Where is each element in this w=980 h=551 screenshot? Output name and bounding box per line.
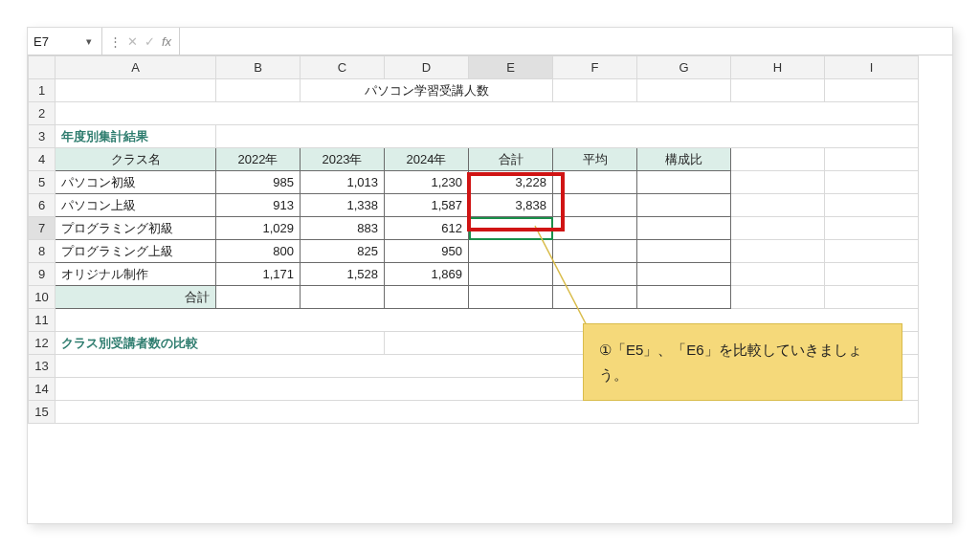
cell[interactable]: 950 xyxy=(385,240,469,263)
cell[interactable] xyxy=(731,217,825,240)
cell[interactable] xyxy=(637,286,731,309)
cell[interactable] xyxy=(731,171,825,194)
cell[interactable] xyxy=(825,286,919,309)
fx-icon[interactable]: fx xyxy=(158,34,175,49)
table-header[interactable]: クラス名 xyxy=(56,148,216,171)
row-header[interactable]: 2 xyxy=(29,102,56,125)
cell[interactable]: パソコン上級 xyxy=(56,194,216,217)
row-header[interactable]: 7 xyxy=(29,217,56,240)
cell[interactable]: パソコン初級 xyxy=(56,171,216,194)
section-heading[interactable]: 年度別集計結果 xyxy=(56,125,216,148)
row-header[interactable]: 9 xyxy=(29,263,56,286)
cell[interactable]: プログラミング上級 xyxy=(56,240,216,263)
cell[interactable]: 825 xyxy=(301,240,385,263)
cell[interactable]: 1,528 xyxy=(301,263,385,286)
cell[interactable] xyxy=(469,240,553,263)
cell[interactable]: 800 xyxy=(216,240,301,263)
table-header[interactable]: 平均 xyxy=(553,148,637,171)
col-header[interactable]: E xyxy=(469,56,553,79)
cell[interactable] xyxy=(731,148,825,171)
cell[interactable]: 612 xyxy=(385,217,469,240)
row-header[interactable]: 4 xyxy=(29,148,56,171)
cell[interactable] xyxy=(469,286,553,309)
row-header[interactable]: 15 xyxy=(29,401,56,424)
cell[interactable]: プログラミング初級 xyxy=(56,217,216,240)
col-header[interactable]: B xyxy=(216,56,301,79)
formula-input[interactable] xyxy=(180,28,952,55)
cell[interactable] xyxy=(553,171,637,194)
col-header[interactable]: D xyxy=(385,56,469,79)
table-header[interactable]: 合計 xyxy=(469,148,553,171)
cell[interactable] xyxy=(56,401,919,424)
cell[interactable] xyxy=(637,240,731,263)
col-header[interactable]: C xyxy=(301,56,385,79)
cell[interactable] xyxy=(825,263,919,286)
row-header[interactable]: 3 xyxy=(29,125,56,148)
cell[interactable] xyxy=(216,125,919,148)
table-header[interactable]: 2022年 xyxy=(216,148,301,171)
section-heading[interactable]: クラス別受講者数の比較 xyxy=(56,332,385,355)
cell[interactable] xyxy=(553,263,637,286)
cell[interactable] xyxy=(731,194,825,217)
cell[interactable] xyxy=(825,79,919,102)
cell[interactable]: 1,869 xyxy=(385,263,469,286)
cell[interactable] xyxy=(825,148,919,171)
name-box[interactable]: E7 ▾ xyxy=(28,28,102,55)
table-header[interactable]: 2024年 xyxy=(385,148,469,171)
cell[interactable]: 985 xyxy=(216,171,301,194)
cell[interactable] xyxy=(731,79,825,102)
cell[interactable]: 1,013 xyxy=(301,171,385,194)
cell[interactable]: 913 xyxy=(216,194,301,217)
col-header[interactable]: H xyxy=(731,56,825,79)
cell[interactable] xyxy=(825,171,919,194)
row-header[interactable]: 13 xyxy=(29,355,56,378)
cell[interactable] xyxy=(56,102,919,125)
cell[interactable] xyxy=(56,79,216,102)
row-header[interactable]: 1 xyxy=(29,79,56,102)
cell[interactable] xyxy=(216,79,301,102)
cell[interactable] xyxy=(637,194,731,217)
col-header[interactable]: G xyxy=(637,56,731,79)
cell[interactable] xyxy=(216,286,301,309)
cell-e5[interactable]: 3,228 xyxy=(469,171,553,194)
cell[interactable] xyxy=(553,194,637,217)
row-header[interactable]: 10 xyxy=(29,286,56,309)
cell[interactable]: 1,338 xyxy=(301,194,385,217)
cell[interactable] xyxy=(637,263,731,286)
row-header[interactable]: 14 xyxy=(29,378,56,401)
cell[interactable] xyxy=(553,240,637,263)
cell[interactable]: 1,171 xyxy=(216,263,301,286)
cell[interactable] xyxy=(469,263,553,286)
total-label[interactable]: 合計 xyxy=(56,286,216,309)
select-all-corner[interactable] xyxy=(29,56,56,79)
cell[interactable]: 1,230 xyxy=(385,171,469,194)
row-header[interactable]: 8 xyxy=(29,240,56,263)
cell[interactable] xyxy=(637,79,731,102)
cell[interactable]: 1,029 xyxy=(216,217,301,240)
cell[interactable] xyxy=(825,194,919,217)
row-header[interactable]: 11 xyxy=(29,309,56,332)
col-header[interactable]: A xyxy=(56,56,216,79)
cell[interactable]: 1,587 xyxy=(385,194,469,217)
cell[interactable] xyxy=(637,217,731,240)
sheet-title[interactable]: パソコン学習受講人数 xyxy=(301,79,553,102)
cell[interactable] xyxy=(553,79,637,102)
cell-e6[interactable]: 3,838 xyxy=(469,194,553,217)
cell[interactable] xyxy=(637,171,731,194)
col-header[interactable]: I xyxy=(825,56,919,79)
dots-icon[interactable]: ⋮ xyxy=(106,34,123,49)
cell[interactable] xyxy=(301,286,385,309)
cell[interactable] xyxy=(385,286,469,309)
row-header[interactable]: 12 xyxy=(29,332,56,355)
active-cell[interactable] xyxy=(469,217,553,240)
row-header[interactable]: 6 xyxy=(29,194,56,217)
table-header[interactable]: 2023年 xyxy=(301,148,385,171)
cell[interactable]: オリジナル制作 xyxy=(56,263,216,286)
cell[interactable] xyxy=(825,217,919,240)
table-header[interactable]: 構成比 xyxy=(637,148,731,171)
cell[interactable] xyxy=(825,240,919,263)
chevron-down-icon[interactable]: ▾ xyxy=(82,35,96,48)
cancel-icon[interactable]: ✕ xyxy=(123,34,141,49)
row-header[interactable]: 5 xyxy=(29,171,56,194)
cell[interactable] xyxy=(731,240,825,263)
